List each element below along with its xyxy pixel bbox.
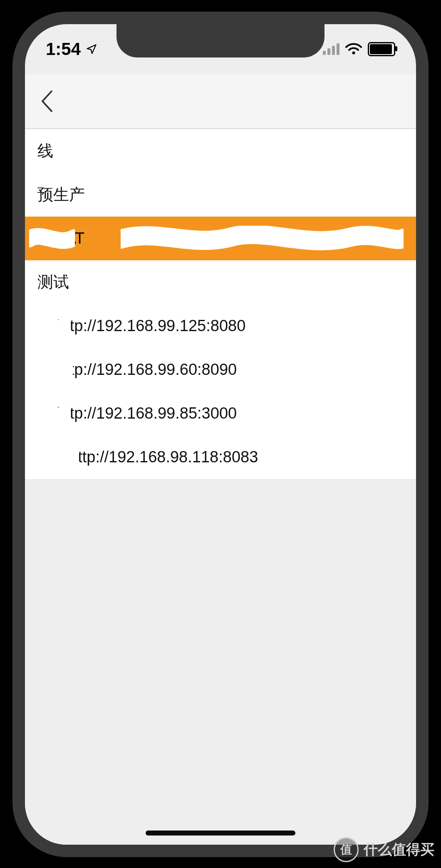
svg-point-0 <box>352 52 355 55</box>
watermark-text: 什么值得买 <box>364 840 434 859</box>
list-item[interactable]: http://192.168.99.85:3000 <box>25 392 416 435</box>
list-item[interactable]: 测试 <box>25 260 416 304</box>
list-item[interactable]: 线 <box>25 129 416 173</box>
location-icon <box>86 43 97 55</box>
list-item-selected[interactable]: UAT <box>25 217 416 260</box>
env-label: 线 <box>37 140 53 162</box>
status-time: 1:54 <box>46 39 81 59</box>
env-label: 测试 <box>37 272 69 293</box>
screen: 1:54 <box>25 24 416 845</box>
phone-frame: 1:54 <box>12 12 429 857</box>
list-item[interactable]: http://192.168.99.125:8080 <box>25 304 416 348</box>
notch <box>116 24 325 57</box>
list-item[interactable]: 预生产 <box>25 173 416 217</box>
env-url: http://192.168.99.85:3000 <box>57 404 237 422</box>
env-url: http://192.168.98.118:8083 <box>69 448 258 466</box>
env-url: http://192.168.99.60:8090 <box>57 361 237 379</box>
list-item[interactable]: http://192.168.98.118:8083 <box>25 435 416 479</box>
watermark-icon: 值 <box>334 837 359 862</box>
nav-bar <box>25 74 416 129</box>
environment-list: 线 预生产 UAT <box>25 129 416 845</box>
battery-icon <box>368 42 395 56</box>
home-indicator[interactable] <box>146 831 295 836</box>
list-item[interactable]: http://192.168.99.60:8090 <box>25 348 416 392</box>
env-label: 预生产 <box>37 184 85 205</box>
env-url: http://192.168.99.125:8080 <box>57 317 245 335</box>
wifi-icon <box>345 43 362 55</box>
watermark: 值 什么值得买 <box>334 837 434 862</box>
back-button[interactable] <box>39 89 55 114</box>
env-label: UAT <box>54 229 84 247</box>
cellular-icon <box>323 43 339 55</box>
